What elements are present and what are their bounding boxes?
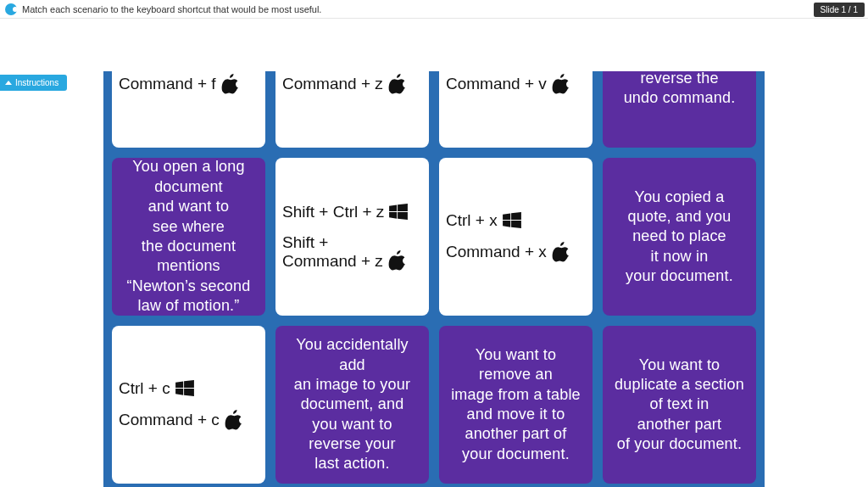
- shortcut-mac: Command + c: [119, 410, 243, 430]
- shortcut-text: Command + f: [119, 75, 216, 93]
- shortcut-card[interactable]: Ctrl + z Command + z: [275, 71, 429, 148]
- svg-marker-17: [511, 212, 521, 220]
- windows-icon: [175, 380, 194, 397]
- shortcut-text: Command + x: [446, 243, 547, 261]
- shortcut-text: Ctrl + x: [446, 211, 498, 230]
- apple-icon: [225, 410, 243, 430]
- shortcut-card[interactable]: Ct Ctrl + v Command + v: [439, 71, 593, 148]
- shortcut-card[interactable]: Ctrl + x Command + x: [439, 158, 593, 316]
- scenario-text: You want to duplicate a section of text …: [615, 355, 744, 455]
- scenario-text: You open a long document and want to see…: [127, 157, 251, 316]
- windows-icon: [389, 204, 408, 221]
- question-prompt: Match each scenario to the keyboard shor…: [22, 4, 321, 14]
- svg-marker-23: [184, 389, 194, 396]
- scenario-card[interactable]: You open a long document and want to see…: [112, 158, 265, 316]
- scenario-card[interactable]: You want to duplicate a section of text …: [603, 326, 756, 484]
- svg-marker-21: [184, 380, 194, 388]
- scenario-card[interactable]: document but realize you need to reverse…: [603, 71, 756, 148]
- svg-marker-22: [175, 389, 183, 395]
- shortcut-text: Ctrl + c: [119, 379, 170, 398]
- shortcut-text: Shift + Ctrl + z: [282, 203, 384, 221]
- shortcut-card[interactable]: Ctrl + c Command + c: [112, 326, 265, 484]
- apple-icon: [552, 74, 570, 94]
- svg-marker-12: [389, 204, 397, 211]
- scenario-card[interactable]: You want to remove an image from a table…: [439, 326, 593, 484]
- scenario-text: document but realize you need to reverse…: [614, 71, 746, 109]
- windows-icon: [503, 212, 521, 229]
- shortcut-windows: Ctrl + x: [446, 211, 521, 230]
- shortcut-card[interactable]: Ctrl + f Command + f: [112, 71, 265, 148]
- shortcut-text: Command + c: [119, 411, 220, 429]
- shortcut-text: Command + v: [446, 75, 547, 93]
- instructions-label: Instructions: [15, 78, 58, 87]
- scenario-text: You accidentally add an image to your do…: [284, 335, 420, 474]
- apple-icon: [388, 250, 407, 271]
- slide-counter[interactable]: Slide 1 / 1: [814, 3, 865, 17]
- chevron-up-icon: [5, 81, 12, 85]
- instructions-toggle[interactable]: Instructions: [0, 75, 67, 91]
- shortcut-text: Command + z: [282, 75, 383, 93]
- shortcut-windows: Ctrl + c: [119, 379, 194, 398]
- svg-marker-14: [389, 212, 397, 219]
- shortcut-mac: Command + x: [446, 242, 570, 262]
- card-grid: Ctrl + f Command + f Ctrl + z Command + …: [103, 71, 765, 487]
- scenario-text: You copied a quote, and you need to plac…: [626, 188, 733, 287]
- shortcut-mac: Command + v: [446, 74, 570, 94]
- shortcut-mac: Command + z: [282, 74, 407, 94]
- activity-viewport: Ctrl + f Command + f Ctrl + z Command + …: [0, 71, 868, 487]
- shortcut-mac: Command + f: [119, 74, 240, 94]
- scenario-text: You want to remove an image from a table…: [451, 345, 581, 464]
- apple-icon: [552, 242, 570, 262]
- shortcut-windows: Shift + Ctrl + z: [282, 203, 408, 221]
- svg-marker-18: [503, 221, 510, 227]
- svg-marker-19: [511, 221, 521, 228]
- apple-icon: [388, 74, 407, 94]
- svg-marker-13: [398, 204, 408, 211]
- apple-icon: [221, 74, 240, 94]
- header-bar: Match each scenario to the keyboard shor…: [0, 0, 868, 19]
- shortcut-card[interactable]: Shift + Ctrl + z Shift + Command + z: [275, 158, 429, 316]
- svg-marker-16: [503, 213, 510, 220]
- shortcut-text: Shift + Command + z: [282, 233, 383, 271]
- scenario-card[interactable]: You copied a quote, and you need to plac…: [603, 158, 756, 316]
- scenario-card[interactable]: You accidentally add an image to your do…: [275, 326, 429, 484]
- svg-marker-20: [175, 381, 183, 388]
- app-logo: [5, 3, 17, 15]
- shortcut-mac: Shift + Command + z: [282, 233, 407, 271]
- svg-marker-15: [398, 212, 408, 220]
